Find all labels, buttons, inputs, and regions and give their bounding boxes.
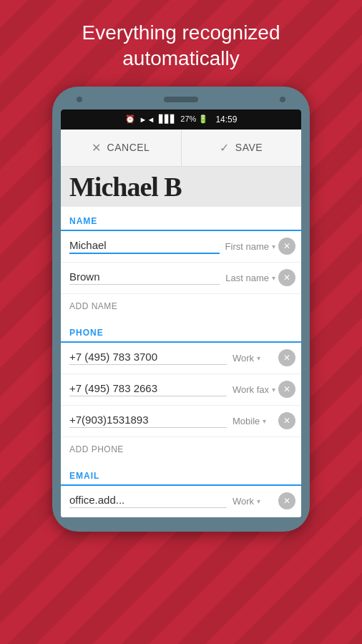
add-name-button[interactable]: ADD NAME — [61, 294, 301, 318]
first-name-clear[interactable]: ✕ — [278, 238, 295, 255]
phone-dot-right — [280, 97, 285, 102]
work-phone-row: Work ▾ ✕ — [61, 343, 301, 374]
save-icon: ✓ — [220, 141, 230, 155]
last-name-type[interactable]: Last name ▾ — [225, 273, 275, 283]
work-fax-arrow: ▾ — [272, 386, 275, 394]
alarm-icon: ⏰ — [125, 114, 135, 124]
headline: Everything recognized automatically — [53, 0, 308, 87]
status-bar: ⏰ ►◄ ▋▋▋ 27% 🔋 14:59 — [61, 109, 301, 130]
email-input[interactable] — [69, 494, 227, 508]
signal-icon: ▋▋▋ — [159, 114, 176, 124]
work-fax-row: Work fax ▾ ✕ — [61, 374, 301, 406]
first-name-input[interactable] — [69, 239, 220, 254]
mobile-phone-input[interactable] — [69, 414, 227, 428]
last-name-arrow: ▾ — [272, 274, 275, 282]
email-type[interactable]: Work ▾ — [233, 496, 275, 507]
status-time: 14:59 — [215, 114, 237, 125]
card-image: Michael B — [61, 167, 301, 207]
work-phone-clear[interactable]: ✕ — [278, 349, 295, 366]
work-fax-type[interactable]: Work fax ▾ — [233, 384, 275, 395]
last-name-input[interactable] — [69, 270, 220, 285]
phone-dot-left — [77, 97, 82, 102]
mobile-phone-arrow: ▾ — [263, 417, 266, 425]
name-section-header: NAME — [61, 207, 301, 231]
name-section-label: NAME — [69, 216, 97, 226]
work-fax-input[interactable] — [69, 382, 227, 396]
cancel-button[interactable]: ✕ CANCEL — [61, 130, 182, 166]
action-bar: ✕ CANCEL ✓ SAVE — [61, 130, 301, 167]
work-fax-clear[interactable]: ✕ — [278, 381, 295, 398]
card-image-text: Michael B — [69, 171, 182, 203]
mobile-phone-clear[interactable]: ✕ — [278, 412, 295, 429]
phone-section-label: PHONE — [69, 328, 104, 338]
email-arrow: ▾ — [257, 497, 260, 505]
add-phone-button[interactable]: ADD PHONE — [61, 437, 301, 462]
email-section-header: EMAIL — [61, 462, 301, 486]
battery-icon: 27% 🔋 — [180, 114, 208, 124]
phone-top-bar — [59, 97, 303, 109]
first-name-arrow: ▾ — [272, 243, 275, 250]
mobile-phone-type[interactable]: Mobile ▾ — [233, 416, 275, 426]
work-phone-input[interactable] — [69, 351, 227, 365]
last-name-row: Last name ▾ ✕ — [61, 263, 301, 294]
first-name-row: First name ▾ ✕ — [61, 231, 301, 263]
phone-section-header: PHONE — [61, 318, 301, 343]
work-phone-type[interactable]: Work ▾ — [233, 353, 275, 364]
phone-device: ⏰ ►◄ ▋▋▋ 27% 🔋 14:59 ✕ CANCEL ✓ SAVE — [52, 87, 310, 532]
phone-screen: ⏰ ►◄ ▋▋▋ 27% 🔋 14:59 ✕ CANCEL ✓ SAVE — [61, 109, 301, 517]
cancel-icon: ✕ — [92, 141, 102, 155]
phone-speaker — [164, 97, 198, 102]
save-button[interactable]: ✓ SAVE — [182, 130, 302, 166]
email-clear[interactable]: ✕ — [278, 492, 295, 509]
last-name-clear[interactable]: ✕ — [278, 269, 295, 286]
mobile-phone-row: Mobile ▾ ✕ — [61, 406, 301, 437]
form-content: NAME First name ▾ ✕ Last name ▾ ✕ ADD NA… — [61, 207, 301, 517]
wifi-icon: ►◄ — [140, 115, 155, 124]
first-name-type[interactable]: First name ▾ — [225, 241, 275, 252]
work-phone-arrow: ▾ — [257, 354, 260, 362]
email-row: Work ▾ ✕ — [61, 486, 301, 517]
email-section-label: EMAIL — [69, 471, 99, 481]
